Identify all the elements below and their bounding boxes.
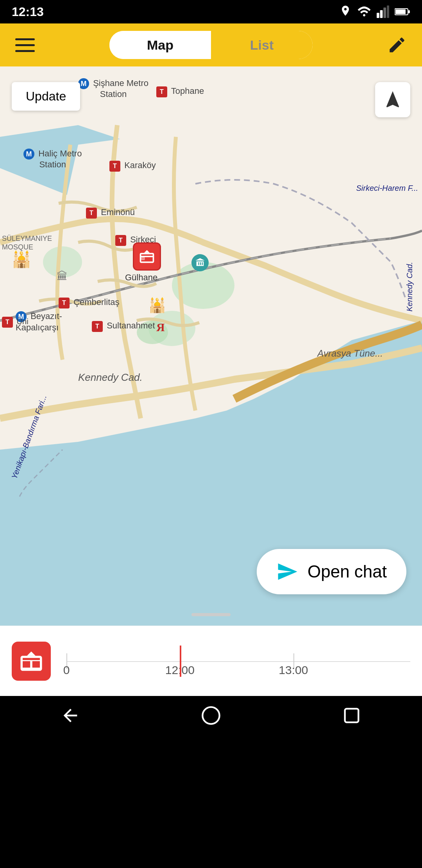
timeline-line xyxy=(66,661,410,662)
timeline-bar: 0 12:00 13:00 xyxy=(0,626,422,696)
nav-home-button[interactable] xyxy=(195,700,227,731)
timeline-package-icon xyxy=(12,642,51,681)
recent-apps-icon xyxy=(342,705,362,726)
timeline-track[interactable]: 0 12:00 13:00 xyxy=(66,646,410,677)
svg-rect-0 xyxy=(377,13,379,18)
home-circle-icon xyxy=(201,705,221,726)
gate-icon: 🏛 xyxy=(57,270,68,283)
svg-rect-6 xyxy=(408,10,410,13)
svg-rect-2 xyxy=(383,7,386,18)
menu-button[interactable] xyxy=(9,29,41,61)
hamburger-line-3 xyxy=(15,50,35,52)
signal-icon xyxy=(377,5,389,18)
museum-icon xyxy=(191,254,209,271)
timeline-label-13: 13:00 xyxy=(279,664,308,677)
status-icons xyxy=(339,5,410,19)
status-bar: 12:13 xyxy=(0,0,422,23)
navigation-icon xyxy=(383,90,403,110)
svg-rect-3 xyxy=(387,5,389,18)
svg-rect-16 xyxy=(345,709,359,723)
open-chat-label: Open chat xyxy=(308,562,387,581)
chat-send-icon xyxy=(276,561,298,583)
battery-icon xyxy=(395,6,410,17)
toolbar: Map List xyxy=(0,23,422,66)
tab-list[interactable]: List xyxy=(211,31,313,59)
back-icon xyxy=(60,705,80,726)
wifi-icon xyxy=(357,6,371,17)
hamburger-line-1 xyxy=(15,38,35,40)
nav-recent-button[interactable] xyxy=(336,700,367,731)
package-icon-marker xyxy=(138,248,156,265)
hamburger-line-2 xyxy=(15,44,35,46)
timeline-cursor[interactable] xyxy=(180,646,181,677)
timeline-box-icon xyxy=(18,648,44,674)
drag-handle[interactable] xyxy=(191,613,231,616)
map-background xyxy=(0,66,422,626)
tab-map[interactable]: Map xyxy=(109,31,211,59)
mosque-icon-right: 🕌 xyxy=(148,297,166,314)
open-chat-button[interactable]: Open chat xyxy=(257,549,406,594)
location-button[interactable] xyxy=(375,82,410,117)
svg-rect-5 xyxy=(395,9,406,14)
edit-button[interactable] xyxy=(381,29,413,61)
location-icon xyxy=(339,5,352,19)
timeline-label-0: 0 xyxy=(63,664,70,677)
map-container[interactable]: M Şişhane MetroStation T Tophane M Haliç… xyxy=(0,66,422,626)
nav-bar xyxy=(0,696,422,735)
nav-back-button[interactable] xyxy=(55,700,86,731)
update-button[interactable]: Update xyxy=(12,82,80,111)
yandex-icon: Я xyxy=(156,321,165,334)
status-time: 12:13 xyxy=(12,5,44,19)
tab-group: Map List xyxy=(109,31,313,59)
svg-rect-1 xyxy=(380,10,383,18)
map-package-marker[interactable]: Gülhane xyxy=(133,242,165,281)
edit-icon xyxy=(387,35,407,55)
marker-box xyxy=(133,242,161,271)
mosque-icon-left: 🕌 xyxy=(12,250,31,269)
svg-point-15 xyxy=(202,707,219,724)
